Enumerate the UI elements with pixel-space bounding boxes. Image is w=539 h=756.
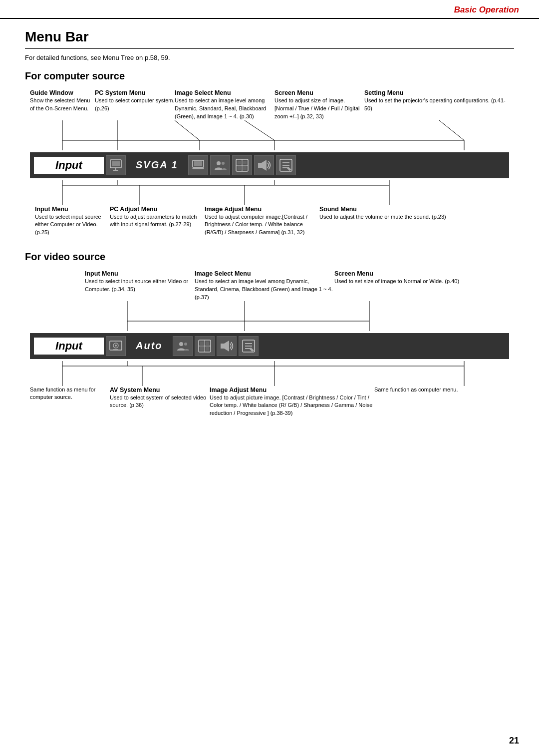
av-system-icon bbox=[106, 336, 126, 356]
label-sound-menu: Sound Menu Used to adjust the volume or … bbox=[319, 205, 509, 237]
label-title: Screen Menu bbox=[274, 89, 313, 96]
video-menu-bar-wrapper: Input Auto bbox=[30, 333, 509, 359]
label-input-menu-cs: Input Menu Used to select input source e… bbox=[30, 205, 110, 237]
label-title: Image Select Menu bbox=[175, 89, 231, 96]
label-title: Image Select Menu bbox=[195, 270, 251, 277]
label-desc: Used to select computer system. (p.26) bbox=[95, 97, 175, 111]
menu-bar-system-label-v: Auto bbox=[128, 340, 171, 352]
speaker-icon-v bbox=[217, 336, 237, 356]
svg-rect-14 bbox=[112, 161, 120, 166]
svg-rect-62 bbox=[221, 344, 224, 349]
label-title: Image Adjust Menu bbox=[205, 206, 262, 213]
video-source-section: For video source Input Menu Used to sele… bbox=[25, 251, 514, 417]
svg-point-51 bbox=[115, 345, 117, 347]
svg-point-53 bbox=[179, 342, 183, 346]
label-desc: Used to set the projector's operating co… bbox=[364, 97, 506, 111]
svg-rect-25 bbox=[243, 166, 247, 170]
label-pc-system-menu: PC System Menu Used to select computer s… bbox=[95, 89, 175, 120]
computer-top-labels: Guide Window Show the selected Menu of t… bbox=[30, 89, 509, 120]
svg-line-2 bbox=[175, 120, 200, 140]
menu-bar-input-v: Input bbox=[34, 338, 104, 355]
label-desc: Show the selected Menu of the On-Screen … bbox=[30, 97, 90, 111]
label-setting-menu: Setting Menu Used to set the projector's… bbox=[364, 89, 509, 120]
video-menu-bar: Input Auto bbox=[30, 333, 509, 359]
label-title: Image Adjust Menu bbox=[210, 386, 267, 393]
computer-menu-bar-wrapper: Input SVGA 1 bbox=[30, 152, 509, 178]
laptop-icon bbox=[188, 155, 208, 175]
menu-bar-system-label: SVGA 1 bbox=[128, 159, 186, 171]
label-screen-menu: Screen Menu Used to adjust size of image… bbox=[274, 89, 364, 120]
label-desc: Used to adjust size of image. [Normal / … bbox=[274, 97, 360, 119]
page-header: Basic Operation bbox=[0, 0, 539, 19]
sound-icon bbox=[254, 155, 274, 175]
label-desc: Used to set size of image to Normal or W… bbox=[334, 278, 459, 284]
pc-icon bbox=[106, 155, 126, 175]
intro-text: For detailed functions, see Menu Tree on… bbox=[25, 54, 514, 61]
label-title: Sound Menu bbox=[319, 206, 357, 213]
computer-bottom-labels: Input Menu Used to select input source e… bbox=[30, 205, 509, 237]
computer-source-section: For computer source Guide Window Show th… bbox=[25, 70, 514, 236]
svg-rect-23 bbox=[243, 161, 247, 164]
label-title: Setting Menu bbox=[364, 89, 403, 96]
video-top-labels: Input Menu Used to select input source e… bbox=[30, 270, 509, 301]
svg-marker-32 bbox=[286, 167, 291, 171]
svg-rect-60 bbox=[200, 347, 204, 351]
menu-bar-input: Input bbox=[34, 157, 104, 174]
computer-bot-connectors bbox=[30, 180, 509, 205]
label-image-adjust-menu-v: Image Adjust Menu Used to adjust picture… bbox=[210, 386, 374, 417]
computer-diagram: Guide Window Show the selected Menu of t… bbox=[25, 89, 514, 236]
computer-source-title: For computer source bbox=[25, 70, 514, 82]
video-bottom-labels: Same function as menu for computer sourc… bbox=[30, 386, 509, 417]
label-desc: Used to select input source either Video… bbox=[85, 278, 188, 292]
label-screen-menu-v: Screen Menu Used to set size of image to… bbox=[334, 270, 509, 301]
label-image-select-menu-v: Image Select Menu Used to select an imag… bbox=[195, 270, 334, 301]
label-desc: Used to select system of selected video … bbox=[110, 394, 206, 408]
svg-marker-63 bbox=[224, 341, 229, 352]
setting-icon-v bbox=[239, 336, 259, 356]
svg-point-18 bbox=[222, 162, 225, 165]
svg-marker-68 bbox=[249, 348, 254, 352]
label-input-menu-v: Input Menu Used to select input source e… bbox=[30, 270, 195, 301]
page-content: Menu Bar For detailed functions, see Men… bbox=[0, 19, 539, 452]
people-icon-v bbox=[173, 336, 193, 356]
screen-icon bbox=[232, 155, 252, 175]
label-desc: Used to select input source either Compu… bbox=[35, 214, 101, 236]
header-title: Basic Operation bbox=[454, 5, 519, 14]
svg-rect-24 bbox=[238, 166, 241, 170]
label-title: Screen Menu bbox=[334, 270, 373, 277]
svg-point-17 bbox=[217, 161, 221, 165]
label-desc: Used to adjust parameters to match with … bbox=[110, 214, 197, 228]
label-desc: Used to select an image level among Dyna… bbox=[195, 278, 333, 300]
svg-rect-22 bbox=[238, 161, 241, 164]
image-adjust-icon-v bbox=[195, 336, 215, 356]
label-image-adjust-menu: Image Adjust Menu Used to adjust compute… bbox=[205, 205, 319, 237]
video-top-connectors bbox=[30, 301, 509, 331]
label-guide-window: Guide Window Show the selected Menu of t… bbox=[30, 89, 95, 120]
svg-line-3 bbox=[245, 120, 274, 140]
label-title: PC System Menu bbox=[95, 89, 145, 96]
label-title: Input Menu bbox=[85, 270, 118, 277]
label-image-select-menu: Image Select Menu Used to select an imag… bbox=[175, 89, 274, 120]
video-bot-connectors bbox=[30, 361, 509, 386]
label-desc: Used to adjust picture image. [Contrast … bbox=[210, 394, 372, 416]
label-desc: Used to adjust computer image.[Contrast … bbox=[205, 214, 307, 236]
svg-marker-27 bbox=[262, 160, 267, 171]
label-same-left: Same function as menu for computer sourc… bbox=[30, 386, 110, 417]
svg-rect-16 bbox=[194, 161, 202, 166]
page-number: 21 bbox=[509, 736, 519, 746]
video-source-title: For video source bbox=[25, 251, 514, 263]
image-select-icon bbox=[210, 155, 230, 175]
label-title: PC Adjust Menu bbox=[110, 206, 157, 213]
label-pc-adjust-menu: PC Adjust Menu Used to adjust parameters… bbox=[110, 205, 205, 237]
svg-rect-58 bbox=[200, 342, 204, 345]
label-av-system-menu: AV System Menu Used to select system of … bbox=[110, 386, 210, 417]
svg-rect-26 bbox=[258, 163, 262, 168]
svg-rect-59 bbox=[206, 342, 209, 345]
main-title: Menu Bar bbox=[25, 29, 514, 49]
label-title: Guide Window bbox=[30, 89, 73, 96]
label-desc: Used to adjust the volume or mute the so… bbox=[319, 214, 446, 220]
computer-top-connectors bbox=[30, 120, 509, 150]
svg-line-4 bbox=[439, 120, 464, 140]
label-title: AV System Menu bbox=[110, 386, 160, 393]
label-title: Input Menu bbox=[35, 206, 68, 213]
